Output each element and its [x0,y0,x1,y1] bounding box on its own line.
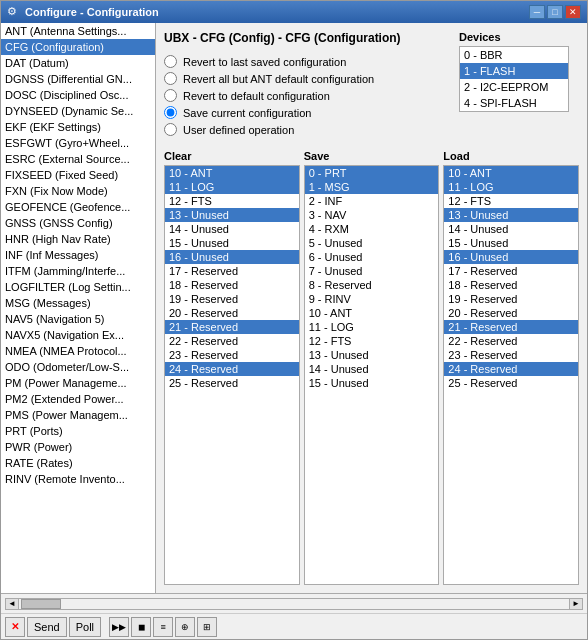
sidebar-item-dgnss[interactable]: DGNSS (Differential GN... [1,71,155,87]
list-item[interactable]: 0 - PRT [305,166,439,180]
list-item[interactable]: 24 - Reserved [165,362,299,376]
sidebar-item-navx5[interactable]: NAVX5 (Navigation Ex... [1,327,155,343]
radio-save-current[interactable] [164,106,177,119]
toolbar-icon-4[interactable]: ⊕ [175,617,195,637]
sidebar-item-rinv[interactable]: RINV (Remote Invento... [1,471,155,487]
list-item[interactable]: 12 - FTS [444,194,578,208]
close-button[interactable]: ✕ [565,5,581,19]
sidebar-item-pm2[interactable]: PM2 (Extended Power... [1,391,155,407]
radio-revert-last[interactable] [164,55,177,68]
list-item[interactable]: 9 - RINV [305,292,439,306]
horizontal-scroll-thumb[interactable] [21,599,61,609]
horizontal-scrollbar[interactable]: ◄ ► [1,593,587,613]
radio-revert-all-but-ant[interactable] [164,72,177,85]
sidebar-item-pms[interactable]: PMS (Power Managem... [1,407,155,423]
list-item[interactable]: 10 - ANT [305,306,439,320]
sidebar-item-fxn[interactable]: FXN (Fix Now Mode) [1,183,155,199]
scroll-right-button[interactable]: ► [569,598,583,610]
sidebar-item-inf[interactable]: INF (Inf Messages) [1,247,155,263]
poll-button[interactable]: Poll [69,617,101,637]
list-item[interactable]: 12 - FTS [165,194,299,208]
horizontal-scroll-track[interactable] [19,598,569,610]
list-item[interactable]: 22 - Reserved [444,334,578,348]
sidebar-item-dynseed[interactable]: DYNSEED (Dynamic Se... [1,103,155,119]
sidebar-item-nmea[interactable]: NMEA (NMEA Protocol... [1,343,155,359]
list-item[interactable]: 15 - Unused [444,236,578,250]
list-item[interactable]: 19 - Reserved [444,292,578,306]
toolbar-icon-2[interactable]: ◼ [131,617,151,637]
sidebar-item-nav5[interactable]: NAV5 (Navigation 5) [1,311,155,327]
list-item[interactable]: 20 - Reserved [165,306,299,320]
sidebar-item-rate[interactable]: RATE (Rates) [1,455,155,471]
sidebar-item-prt[interactable]: PRT (Ports) [1,423,155,439]
list-item[interactable]: 17 - Reserved [444,264,578,278]
list-item[interactable]: 17 - Reserved [165,264,299,278]
list-item[interactable]: 21 - Reserved [444,320,578,334]
list-item[interactable]: 23 - Reserved [165,348,299,362]
list-item[interactable]: 12 - FTS [305,334,439,348]
devices-item-i2c[interactable]: 2 - I2C-EEPROM [460,79,568,95]
save-list[interactable]: 0 - PRT 1 - MSG 2 - INF 3 - NAV 4 - RXM … [305,166,439,584]
list-item[interactable]: 5 - Unused [305,236,439,250]
list-item[interactable]: 8 - Reserved [305,278,439,292]
radio-revert-default[interactable] [164,89,177,102]
list-item[interactable]: 22 - Reserved [165,334,299,348]
toolbar-icon-5[interactable]: ⊞ [197,617,217,637]
list-item[interactable]: 21 - Reserved [165,320,299,334]
load-list[interactable]: 10 - ANT 11 - LOG 12 - FTS 13 - Unused 1… [444,166,578,584]
radio-user-defined[interactable] [164,123,177,136]
list-item[interactable]: 16 - Unused [444,250,578,264]
list-item[interactable]: 11 - LOG [444,180,578,194]
maximize-button[interactable]: □ [547,5,563,19]
sidebar-item-pm[interactable]: PM (Power Manageme... [1,375,155,391]
scroll-left-button[interactable]: ◄ [5,598,19,610]
list-item[interactable]: 18 - Reserved [165,278,299,292]
devices-item-flash[interactable]: 1 - FLASH [460,63,568,79]
list-item[interactable]: 16 - Unused [165,250,299,264]
list-item[interactable]: 18 - Reserved [444,278,578,292]
list-item[interactable]: 13 - Unused [444,208,578,222]
list-item[interactable]: 11 - LOG [305,320,439,334]
list-item[interactable]: 19 - Reserved [165,292,299,306]
list-item[interactable]: 4 - RXM [305,222,439,236]
toolbar-icon-3[interactable]: ≡ [153,617,173,637]
toolbar-icon-1[interactable]: ▶▶ [109,617,129,637]
sidebar-item-logfilter[interactable]: LOGFILTER (Log Settin... [1,279,155,295]
sidebar-item-fixseed[interactable]: FIXSEED (Fixed Seed) [1,167,155,183]
list-item[interactable]: 13 - Unused [305,348,439,362]
sidebar-item-itfm[interactable]: ITFM (Jamming/Interfe... [1,263,155,279]
list-item[interactable]: 15 - Unused [305,376,439,390]
list-item[interactable]: 14 - Unused [444,222,578,236]
list-item[interactable]: 24 - Reserved [444,362,578,376]
sidebar-item-dat[interactable]: DAT (Datum) [1,55,155,71]
sidebar-item-esrc[interactable]: ESRC (External Source... [1,151,155,167]
sidebar-item-gnss[interactable]: GNSS (GNSS Config) [1,215,155,231]
list-item[interactable]: 23 - Reserved [444,348,578,362]
list-item[interactable]: 25 - Reserved [165,376,299,390]
list-item[interactable]: 10 - ANT [165,166,299,180]
minimize-button[interactable]: ─ [529,5,545,19]
list-item[interactable]: 2 - INF [305,194,439,208]
list-item[interactable]: 13 - Unused [165,208,299,222]
list-item[interactable]: 15 - Unused [165,236,299,250]
list-item[interactable]: 20 - Reserved [444,306,578,320]
list-item[interactable]: 7 - Unused [305,264,439,278]
sidebar-item-cfg[interactable]: CFG (Configuration) [1,39,155,55]
sidebar-item-ekf[interactable]: EKF (EKF Settings) [1,119,155,135]
sidebar-item-odo[interactable]: ODO (Odometer/Low-S... [1,359,155,375]
radio-label-user-defined[interactable]: User defined operation [183,124,294,136]
send-button[interactable]: Send [27,617,67,637]
clear-list[interactable]: 10 - ANT 11 - LOG 12 - FTS 13 - Unused 1… [165,166,299,584]
list-item[interactable]: 6 - Unused [305,250,439,264]
stop-button[interactable]: ✕ [5,617,25,637]
radio-label-revert-default[interactable]: Revert to default configuration [183,90,330,102]
devices-item-bbr[interactable]: 0 - BBR [460,47,568,63]
list-item[interactable]: 14 - Unused [305,362,439,376]
devices-item-spi[interactable]: 4 - SPI-FLASH [460,95,568,111]
list-item[interactable]: 14 - Unused [165,222,299,236]
sidebar-item-hnr[interactable]: HNR (High Nav Rate) [1,231,155,247]
sidebar-item-esfgwt[interactable]: ESFGWT (Gyro+Wheel... [1,135,155,151]
list-item[interactable]: 11 - LOG [165,180,299,194]
list-item[interactable]: 10 - ANT [444,166,578,180]
sidebar-item-msg[interactable]: MSG (Messages) [1,295,155,311]
